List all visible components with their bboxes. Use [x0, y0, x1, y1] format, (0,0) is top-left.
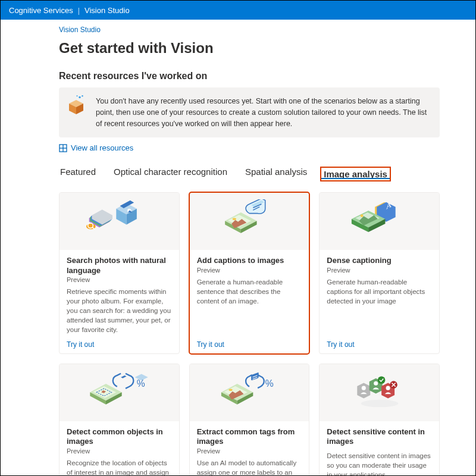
card-title: Dense captioning	[327, 256, 432, 265]
page-title: Get started with Vision	[59, 40, 440, 57]
preview-badge: Preview	[197, 267, 302, 274]
card-desc: Recognize the location of objects of int…	[67, 458, 172, 476]
svg-point-5	[79, 96, 80, 98]
view-all-resources-link[interactable]: View all resources	[59, 143, 440, 152]
svg-marker-55	[357, 383, 370, 399]
product-name: Cognitive Services	[9, 6, 73, 15]
card-title: Detect sensitive content in images	[327, 427, 432, 447]
card-extract-tags[interactable]: % Extract common tags from images Previe…	[189, 364, 310, 476]
preview-badge: Preview	[197, 447, 302, 455]
card-thumb: %	[60, 364, 179, 421]
try-it-out-link[interactable]: Try it out	[197, 334, 302, 349]
scenario-grid: Search photos with natural language Prev…	[59, 192, 440, 476]
svg-point-6	[82, 95, 83, 96]
card-title: Extract common tags from images	[197, 427, 302, 447]
card-title: Add captions to images	[197, 256, 302, 265]
card-thumb	[60, 193, 179, 250]
grid-icon	[59, 144, 67, 152]
card-desc: Generate a human-readable sentence that …	[197, 277, 302, 306]
tab-ocr[interactable]: Optical character recognition	[112, 164, 228, 181]
svg-point-7	[76, 95, 77, 96]
card-thumb: %	[190, 364, 309, 421]
breadcrumb[interactable]: Vision Studio	[59, 26, 440, 34]
card-detect-sensitive[interactable]: Detect sensitive content in images Detec…	[319, 364, 440, 476]
tab-featured[interactable]: Featured	[59, 164, 97, 181]
top-bar: Cognitive Services | Vision Studio	[1, 1, 475, 20]
card-thumb: A	[320, 193, 439, 250]
card-desc: Detect sensitive content in images so yo…	[327, 451, 432, 476]
svg-point-30	[233, 218, 236, 220]
card-dense-captioning[interactable]: A Dense captioning Preview Generate huma…	[319, 192, 440, 354]
svg-point-59	[378, 377, 386, 384]
preview-badge: Preview	[67, 276, 172, 283]
svg-point-58	[374, 381, 378, 386]
svg-point-56	[361, 386, 365, 390]
recent-empty-notice: You don't have any recently used resourc…	[59, 87, 440, 137]
svg-text:%: %	[137, 378, 145, 389]
category-tabs: Featured Optical character recognition S…	[59, 164, 440, 181]
preview-badge: Preview	[67, 447, 172, 455]
svg-point-54	[228, 389, 232, 392]
svg-point-38	[360, 214, 363, 217]
view-all-label: View all resources	[71, 143, 133, 152]
svg-text:%: %	[265, 378, 274, 389]
svg-point-61	[386, 386, 390, 390]
card-title: Detect common objects in images	[67, 427, 172, 447]
card-search-photos[interactable]: Search photos with natural language Prev…	[59, 192, 180, 354]
card-desc: Retrieve specific moments within your ph…	[67, 287, 172, 334]
card-title: Search photos with natural language	[67, 256, 172, 275]
card-add-captions[interactable]: Add captions to images Preview Generate …	[189, 192, 310, 354]
try-it-out-link[interactable]: Try it out	[327, 334, 432, 349]
tab-spatial[interactable]: Spatial analysis	[244, 164, 308, 181]
card-detect-objects[interactable]: % Detect common objects in ima	[59, 364, 180, 476]
card-desc: Generate human-readable captions for all…	[327, 277, 432, 306]
recent-heading: Recent resources I've worked on	[59, 71, 440, 82]
card-thumb	[190, 193, 309, 250]
card-desc: Use an AI model to automatically assign …	[197, 458, 302, 476]
card-thumb	[320, 364, 439, 421]
try-it-out-link[interactable]: Try it out	[67, 334, 172, 349]
section-name: Vision Studio	[84, 6, 130, 15]
preview-badge: Preview	[327, 267, 432, 274]
tab-image-analysis[interactable]: Image analysis	[320, 167, 391, 181]
svg-point-65	[361, 400, 398, 408]
recent-empty-text: You don't have any recently used resourc…	[96, 97, 427, 128]
separator: |	[78, 6, 80, 15]
open-box-icon	[67, 95, 89, 116]
